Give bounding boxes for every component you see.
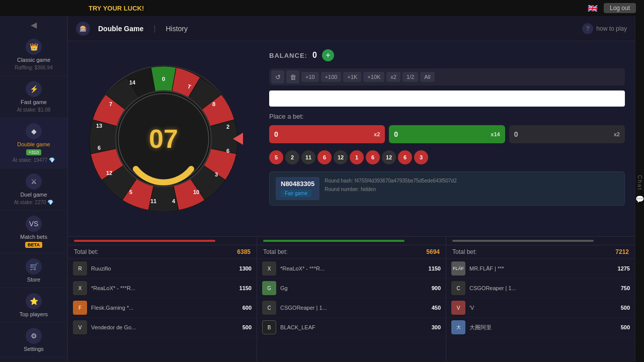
player-name-black-3: 'V	[469, 305, 617, 311]
sidebar-item-classic[interactable]: 👑 Classic game Raffling: $366.94	[0, 34, 67, 76]
total-bet-val-black: 7212	[615, 248, 629, 255]
x2-button[interactable]: x2	[386, 72, 400, 82]
logout-button[interactable]: Log out	[604, 3, 636, 13]
double-icon: ◆	[26, 123, 42, 139]
plus100-button[interactable]: +100	[321, 72, 342, 82]
sidebar-item-duel[interactable]: ⚔ Duel game At stake: 2270 💎	[0, 168, 67, 211]
round-details: Round hash: f4755f4d393670a47935be75d5ed…	[325, 177, 457, 192]
sidebar-item-settings[interactable]: ⚙ Settings	[0, 323, 67, 357]
try-luck-label: TRY YOUR LUCK!	[89, 5, 144, 12]
bet-amount-black-3: 500	[621, 305, 630, 311]
total-bet-row-red: Total bet: 6385	[68, 245, 257, 259]
bet-amount-black-4: 500	[621, 324, 630, 330]
svg-text:6: 6	[98, 145, 101, 151]
sidebar-sub-fast: At stake: $1.08	[17, 107, 51, 113]
bet-row-black-2: C CSGOReaper | 1... 750	[446, 279, 635, 298]
sidebar-sub-duel: At stake: 2270 💎	[14, 200, 54, 205]
sidebar-item-double[interactable]: ◆ Double game +310 At stake: 19477 💎	[0, 118, 67, 168]
classic-icon: 👑	[26, 39, 42, 55]
add-balance-button[interactable]: +	[322, 49, 334, 61]
plus1k-button[interactable]: +1K	[343, 72, 361, 82]
sidebar-toggle[interactable]: ◀	[0, 16, 67, 34]
double-badge: +310	[26, 149, 41, 155]
sidebar-item-store[interactable]: 🛒 Store	[0, 253, 67, 288]
match-bets-icon: VS	[26, 216, 42, 232]
svg-text:0: 0	[162, 76, 165, 82]
game-tab-icon: 🎰	[76, 22, 90, 36]
avatar-green-3: C	[262, 301, 276, 315]
bets-table-section: Total bet: 6385 R Ruuzifio 1300 X *ReaLo…	[68, 236, 635, 362]
avatar-green-2: G	[262, 281, 276, 295]
player-name-green-1: *ReaLoX* - ***R...	[280, 265, 425, 272]
duel-icon: ⚔	[26, 173, 42, 190]
flag-icon: 🇬🇧	[588, 4, 598, 13]
bet-black-button[interactable]: 0 x2	[509, 125, 625, 143]
sidebar-item-top-players[interactable]: ⭐ Top players	[0, 288, 67, 323]
sidebar-label-classic: Classic game	[17, 57, 50, 63]
reset-button[interactable]: ↺	[271, 70, 284, 83]
svg-text:14: 14	[129, 79, 136, 85]
hist-num-6: 1	[350, 150, 364, 164]
svg-text:8: 8	[212, 101, 215, 107]
half-button[interactable]: 1/2	[403, 72, 418, 82]
sidebar-label-top-players: Top players	[20, 311, 48, 317]
svg-text:5: 5	[129, 189, 132, 195]
bet-green-button[interactable]: 0 x14	[389, 125, 505, 143]
wheel-pointer	[233, 133, 243, 145]
sidebar-item-match-bets[interactable]: VS Match bets BETA	[0, 211, 67, 253]
bet-amount-green-3: 450	[432, 305, 441, 311]
bet-amount-green-1: 1150	[429, 265, 441, 272]
wheel-section: 0 T 8 2 6 3 10 4 11 5 12 6 13	[68, 41, 259, 236]
sidebar-item-faq[interactable]: 📋 F.A.Q.	[0, 357, 67, 362]
avatar-black-1: FLÄF	[451, 261, 465, 276]
bet-green-multiplier: x14	[491, 131, 500, 137]
player-name-green-2: Gg	[280, 285, 428, 291]
how-to-play[interactable]: ? how to play	[582, 23, 627, 34]
plus10k-button[interactable]: +10K	[363, 72, 384, 82]
hist-num-2: 2	[285, 150, 299, 164]
tab-history[interactable]: History	[162, 23, 192, 35]
bet-row-black-3: V 'V 500	[446, 298, 635, 318]
col-header-red	[68, 237, 257, 245]
wheel-center-number: 07	[149, 124, 178, 154]
chat-icon: 💬	[635, 195, 644, 203]
bet-red-multiplier: x2	[374, 131, 380, 137]
round-id-box: N80483305 Fair game	[276, 177, 319, 200]
total-bet-val-green: 5694	[426, 248, 440, 255]
trash-button[interactable]: 🗑	[286, 70, 299, 83]
sidebar-item-fast[interactable]: ⚡ Fast game At stake: $1.08	[0, 76, 67, 118]
bets-column-black: Total bet: 7212 FLÄF MR.FLÄF | *** 1275 …	[446, 237, 635, 362]
green-bar	[263, 240, 405, 242]
chat-label: Chat	[637, 175, 643, 191]
tab-double-game[interactable]: Double Game	[94, 23, 147, 35]
bet-green-value: 0	[394, 130, 398, 138]
sidebar-label-duel: Duel game	[20, 192, 47, 198]
svg-text:13: 13	[96, 123, 102, 129]
svg-text:11: 11	[150, 198, 156, 204]
bet-row-black-1: FLÄF MR.FLÄF | *** 1275	[446, 259, 635, 279]
hist-num-4: 6	[317, 150, 332, 164]
bet-row-black-4: 大 大圈阿里 500	[446, 318, 635, 337]
hist-num-8: 12	[382, 150, 396, 164]
sidebar-label-match-bets: Match bets	[20, 234, 47, 240]
bet-row-green-1: X *ReaLoX* - ***R... 1150	[257, 259, 446, 279]
player-name-red-3: Flesk.Gaming *...	[91, 305, 238, 311]
bet-red-button[interactable]: 0 x2	[269, 125, 385, 143]
sidebar-label-fast: Fast game	[21, 99, 47, 105]
plus10-button[interactable]: +10	[301, 72, 319, 82]
settings-icon: ⚙	[26, 328, 42, 344]
avatar-green-1: X	[262, 261, 276, 276]
hist-num-9: 6	[398, 150, 412, 164]
all-button[interactable]: All	[420, 72, 434, 82]
bet-input[interactable]	[269, 90, 625, 107]
fair-game-button[interactable]: Fair game	[281, 190, 311, 197]
sidebar-label-store: Store	[27, 277, 40, 283]
bet-amount-red-3: 600	[243, 305, 252, 311]
svg-text:6: 6	[226, 148, 229, 154]
bet-amount-green-4: 300	[432, 324, 441, 330]
player-name-black-1: MR.FLÄF | ***	[469, 265, 614, 272]
sidebar-sub-double: At stake: 19477 💎	[13, 157, 55, 163]
svg-text:10: 10	[193, 189, 199, 195]
svg-text:12: 12	[106, 170, 112, 176]
player-name-black-2: CSGOReaper | 1...	[469, 285, 617, 291]
